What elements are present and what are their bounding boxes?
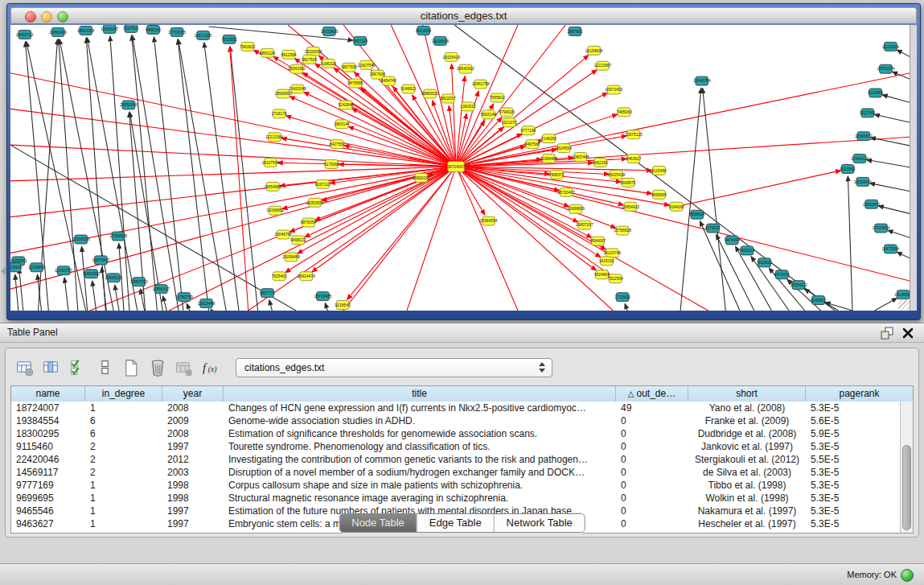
graph-node[interactable]: 9827508 bbox=[341, 63, 356, 72]
graph-node[interactable]: 15720407 bbox=[557, 187, 575, 196]
graph-node[interactable]: 12923448 bbox=[198, 299, 216, 308]
graph-node[interactable]: 8860128 bbox=[260, 48, 275, 57]
graph-node[interactable]: 10973403 bbox=[605, 85, 622, 94]
graph-node[interactable]: 9875685 bbox=[347, 79, 363, 88]
graph-node[interactable]: 18724007 bbox=[447, 162, 465, 172]
graph-node[interactable]: 10025438 bbox=[607, 170, 625, 179]
graph-node[interactable]: 16958107 bbox=[152, 285, 170, 294]
graph-node[interactable]: 7832621 bbox=[757, 258, 772, 267]
new-table-button[interactable] bbox=[118, 356, 142, 378]
graph-node[interactable]: 16854923 bbox=[622, 202, 639, 211]
graph-node[interactable]: 7522554 bbox=[608, 274, 623, 283]
graph-node[interactable]: 9857771 bbox=[260, 289, 275, 298]
network-graph[interactable]: 1405571220691406189133041065328715276026… bbox=[10, 25, 910, 311]
graph-node[interactable]: 15756928 bbox=[614, 226, 631, 235]
column-header-year[interactable]: year bbox=[162, 386, 224, 402]
canvas-right-scrollbar[interactable] bbox=[910, 25, 917, 311]
graph-node[interactable]: 7955812 bbox=[490, 93, 505, 102]
close-window-button[interactable] bbox=[25, 11, 36, 23]
graph-node[interactable]: 16154838 bbox=[585, 46, 603, 55]
graph-node[interactable]: 18913304 bbox=[77, 26, 95, 35]
graph-node[interactable]: 11156869 bbox=[28, 263, 45, 272]
graph-node[interactable]: 9184095 bbox=[669, 202, 684, 211]
graph-node[interactable]: 21827546 bbox=[358, 60, 376, 69]
graph-node[interactable]: 6794028 bbox=[499, 108, 515, 117]
graph-node[interactable]: 8427552 bbox=[330, 140, 345, 149]
graph-node[interactable]: 9777169 bbox=[520, 126, 536, 135]
column-header-in_degree[interactable]: in_degree bbox=[85, 386, 162, 402]
graph-node[interactable]: 9245652 bbox=[811, 296, 826, 305]
graph-node[interactable]: 12342757 bbox=[55, 266, 72, 275]
graph-node[interactable]: 14136000 bbox=[894, 290, 910, 299]
graph-node[interactable]: 8813054 bbox=[416, 26, 431, 35]
graph-node[interactable]: 20691406 bbox=[49, 27, 67, 36]
graph-node[interactable]: 9463627 bbox=[626, 154, 641, 163]
graph-node[interactable]: 9242848 bbox=[338, 101, 353, 109]
float-panel-icon[interactable] bbox=[879, 325, 895, 341]
graph-node[interactable]: 16120746 bbox=[603, 249, 621, 257]
graph-node[interactable]: 8878354 bbox=[301, 218, 316, 227]
table-scrollbar-thumb[interactable] bbox=[902, 445, 911, 530]
graph-node[interactable]: 19654985 bbox=[264, 182, 281, 191]
graph-node[interactable]: 19218506 bbox=[431, 36, 449, 45]
graph-node[interactable]: 16961758 bbox=[472, 80, 490, 89]
graph-node[interactable]: 16782759 bbox=[175, 293, 193, 302]
function-builder-button[interactable]: f(x) bbox=[198, 356, 222, 378]
minimize-window-button[interactable] bbox=[41, 11, 52, 23]
column-header-pagerank[interactable]: pagerank bbox=[806, 386, 913, 402]
graph-node[interactable]: 13505135 bbox=[105, 274, 122, 282]
graph-node[interactable]: 11123304 bbox=[882, 42, 899, 51]
column-header-name[interactable]: name bbox=[11, 386, 85, 402]
import-table-button[interactable] bbox=[171, 356, 195, 378]
graph-node[interactable]: 8186328 bbox=[321, 59, 336, 68]
graph-node[interactable]: 11451900 bbox=[83, 270, 101, 278]
table-scrollbar[interactable] bbox=[900, 402, 913, 533]
graph-node[interactable]: 18325419 bbox=[442, 52, 460, 61]
graph-node[interactable]: 15584554 bbox=[480, 216, 498, 225]
graph-node[interactable]: 16033809 bbox=[320, 27, 338, 35]
table-selector-dropdown[interactable]: citations_edges.txt bbox=[236, 358, 552, 377]
graph-node[interactable]: 15900295 bbox=[413, 173, 430, 182]
graph-node[interactable]: 9218545 bbox=[335, 301, 351, 310]
graph-node[interactable]: 25226058 bbox=[305, 47, 322, 56]
graph-node[interactable]: 9115460 bbox=[651, 167, 667, 175]
graph-node[interactable]: 10654112 bbox=[790, 281, 807, 290]
graph-node[interactable]: 1621072 bbox=[502, 118, 517, 127]
graph-node[interactable]: 18640910 bbox=[457, 64, 474, 73]
graph-node[interactable]: 3624554 bbox=[556, 144, 572, 153]
graph-node[interactable]: 9129966 bbox=[868, 89, 883, 97]
zoom-window-button[interactable] bbox=[57, 11, 68, 23]
graph-node[interactable]: 18908903 bbox=[274, 89, 292, 98]
graph-node[interactable]: 1733426 bbox=[615, 293, 630, 302]
graph-node[interactable]: 7625402 bbox=[272, 272, 287, 281]
tab-node-table[interactable]: Node Table bbox=[339, 514, 417, 532]
graph-node[interactable]: 16046766 bbox=[274, 230, 292, 239]
graph-node[interactable]: 6497568 bbox=[524, 140, 540, 149]
graph-node[interactable]: 9146821 bbox=[400, 84, 416, 93]
graph-node[interactable]: 14055712 bbox=[16, 30, 34, 39]
graph-node[interactable]: 8454749 bbox=[381, 76, 396, 85]
graph-node[interactable]: 16353554 bbox=[306, 198, 324, 207]
resize-grip-icon[interactable] bbox=[898, 300, 910, 310]
graph-node[interactable]: 6466160 bbox=[146, 25, 161, 34]
graph-node[interactable]: 7146266 bbox=[541, 134, 556, 143]
graph-node[interactable]: 18107554 bbox=[261, 159, 279, 167]
graph-node[interactable]: 17957253 bbox=[130, 278, 148, 286]
graph-node[interactable]: 12093872 bbox=[855, 132, 873, 141]
graph-node[interactable]: 20206536 bbox=[72, 235, 90, 244]
column-header-out_de[interactable]: △out_de… bbox=[616, 386, 688, 402]
graph-node[interactable]: 2887682 bbox=[567, 27, 582, 35]
graph-node[interactable]: 8903144 bbox=[481, 110, 496, 119]
graph-node[interactable]: 8938924 bbox=[689, 210, 704, 219]
graph-node[interactable]: 12213967 bbox=[594, 61, 612, 70]
graph-node[interactable]: 12213384 bbox=[265, 133, 283, 142]
graph-node[interactable]: 1362615 bbox=[460, 102, 475, 111]
table-row[interactable]: 911546021997Tourette syndrome. Phenomeno… bbox=[11, 440, 901, 453]
collapsed-panel-handle-icon[interactable] bbox=[1, 267, 6, 275]
table-row[interactable]: 2242004622012Investigating the contribut… bbox=[11, 453, 901, 466]
delete-table-button[interactable] bbox=[145, 356, 169, 378]
graph-node[interactable]: 9227343 bbox=[860, 109, 875, 117]
rows-button[interactable] bbox=[92, 356, 116, 378]
close-panel-icon[interactable] bbox=[900, 325, 916, 341]
graph-node[interactable]: 16648794 bbox=[693, 76, 711, 85]
